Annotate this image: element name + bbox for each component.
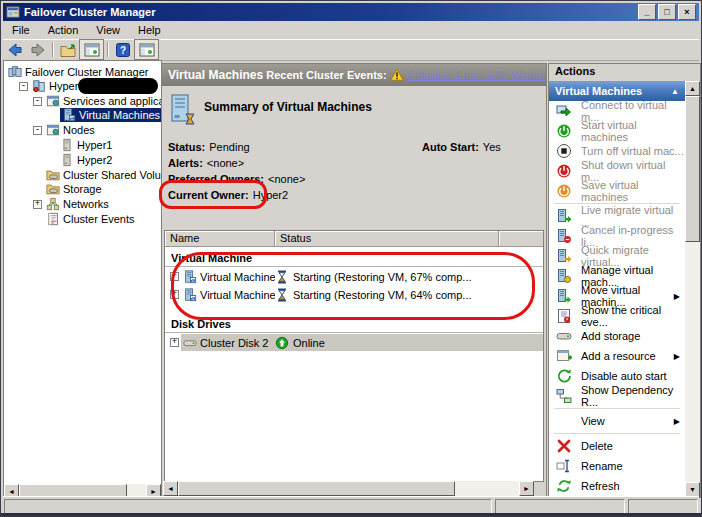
column-status[interactable]: Status [275,231,499,246]
scroll-right-icon[interactable]: ► [519,481,534,496]
action-start-virtual-machines[interactable]: Start virtual machines [549,121,685,141]
tree-item-virtual-machines[interactable]: Virtual Machines [60,108,162,122]
expand-expander[interactable]: + [33,200,42,209]
expand-expander[interactable]: + [170,338,179,347]
titlebar: Failover Cluster Manager _ □ × [3,3,699,21]
table-row[interactable]: + Virtual Machine... Starting (Restoring… [165,286,543,303]
start-icon [556,123,572,139]
scrollbar-thumb[interactable] [178,481,455,496]
scroll-left-icon[interactable]: ◄ [163,481,178,496]
status-pane [628,499,698,514]
action-add-a-resource[interactable]: Add a resource ▶ [549,346,685,366]
scrollbar-thumb[interactable] [685,96,700,242]
action-show-critical-events[interactable]: Show the critical eve... [549,306,685,326]
action-refresh[interactable]: Refresh [549,476,685,496]
disk-drive-icon [183,336,197,350]
app-icon [6,5,20,19]
menu-help[interactable]: Help [129,22,170,38]
minimize-button[interactable]: _ [638,4,656,20]
tree-item-root[interactable]: Failover Cluster Manager [8,65,149,79]
rename-icon [556,458,572,474]
summary-title: Summary of Virtual Machines [204,100,372,114]
submenu-arrow-icon: ▶ [674,352,685,361]
results-horizontal-scrollbar[interactable]: ◄ ► [163,481,534,496]
window-bottom-edge [1,513,701,516]
action-move-virtual-machine[interactable]: Move virtual machin... ▶ [549,286,685,306]
action-shut-down-virtual-machines[interactable]: Shut down virtual m... [549,161,685,181]
action-live-migrate[interactable]: Live migrate virtual ... [549,206,685,226]
save-icon [556,183,572,199]
action-save-virtual-machines[interactable]: Save virtual machines [549,181,685,201]
tree-item-cluster-events[interactable]: Cluster Events [46,212,135,226]
collapse-expander[interactable]: - [33,97,42,106]
action-disable-auto-start[interactable]: Disable auto start [549,366,685,386]
scroll-down-icon[interactable]: ▼ [685,482,700,497]
group-virtual-machine: Virtual Machine [165,248,543,267]
tree-item-hypercluster[interactable]: - HyperCluster [19,79,113,93]
table-row[interactable]: + Virtual Machine... Starting (Restoring… [165,268,543,285]
results-header: Virtual Machines Recent Cluster Events: … [162,64,546,86]
actions-section-header[interactable]: Virtual Machines ▲ [549,81,685,101]
back-icon [7,42,23,58]
action-show-dependency-report[interactable]: Show Dependency R... [549,386,685,406]
events-link[interactable]: Critical:2; Error: 276; Warnin [407,69,545,81]
status-pane [4,499,492,514]
action-cancel-in-progress-live-migration[interactable]: Cancel in-progress li... [549,226,685,246]
page-title: Virtual Machines [162,68,263,82]
help-icon [115,42,131,58]
menu-view[interactable]: View [87,22,129,38]
show-console-tree-button[interactable] [79,39,104,60]
forward-icon [30,42,46,58]
scroll-up-icon[interactable]: ▲ [685,81,700,96]
tree-item-hyper1[interactable]: Hyper1 [60,138,112,152]
menu-action[interactable]: Action [39,22,88,38]
refresh-icon [556,478,572,494]
tree-item-cluster-shared-volumes[interactable]: Cluster Shared Volumes [46,168,162,182]
action-turn-off-virtual-machines[interactable]: Turn off virtual mac... [549,141,685,161]
expand-expander[interactable]: + [170,290,179,299]
collapse-expander[interactable]: - [19,82,28,91]
console-window-icon [139,42,155,58]
shut-down-icon [556,163,572,179]
export-list-button[interactable] [56,40,79,59]
services-icon [46,94,60,108]
hourglass-icon [275,270,289,284]
column-name[interactable]: Name [165,231,275,246]
tree-item-services-and-applications[interactable]: - Services and applications [33,94,162,108]
tree-item-hyper2[interactable]: Hyper2 [60,153,112,167]
action-view[interactable]: View ▶ [549,411,685,431]
close-button[interactable]: × [678,4,696,20]
manage-icon [556,268,572,284]
menu-file[interactable]: File [3,22,39,38]
help-button[interactable] [111,40,134,59]
back-button[interactable] [3,40,26,59]
move-icon [556,288,572,304]
table-row-disk[interactable]: + Cluster Disk 2 Online [165,334,543,351]
actions-panel: Actions Virtual Machines ▲ Connect to vi… [548,63,701,498]
collapse-section-icon[interactable]: ▲ [671,87,679,96]
events-icon [46,212,60,226]
action-delete[interactable]: Delete [549,436,685,456]
console-window-icon [84,42,100,58]
tree-item-storage[interactable]: Storage [46,182,102,196]
tree-item-nodes[interactable]: - Nodes [33,123,95,137]
preferred-owners-field: Preferred Owners:<none> [168,173,305,185]
shared-volume-icon [46,168,60,182]
action-rename[interactable]: Rename [549,456,685,476]
actions-body: Virtual Machines ▲ Connect to virtual m.… [549,81,685,497]
dependency-report-icon [556,388,572,404]
action-add-storage[interactable]: Add storage [549,326,685,346]
collapse-expander[interactable]: - [33,126,42,135]
tree-item-networks[interactable]: + Networks [33,197,109,211]
actions-vertical-scrollbar[interactable]: ▲ ▼ [685,81,700,497]
show-action-pane-button[interactable] [134,39,159,60]
action-manage-virtual-machine[interactable]: Manage virtual mach... [549,266,685,286]
list-header: Name Status [165,231,543,247]
maximize-button[interactable]: □ [658,4,676,20]
cluster-manager-icon [8,65,22,79]
expand-expander[interactable]: + [170,272,179,281]
forward-button[interactable] [26,40,49,59]
online-status-icon [275,336,289,350]
action-quick-migrate[interactable]: Quick migrate virtual... [549,246,685,266]
action-connect-to-virtual-machine[interactable]: Connect to virtual m... [549,101,685,121]
